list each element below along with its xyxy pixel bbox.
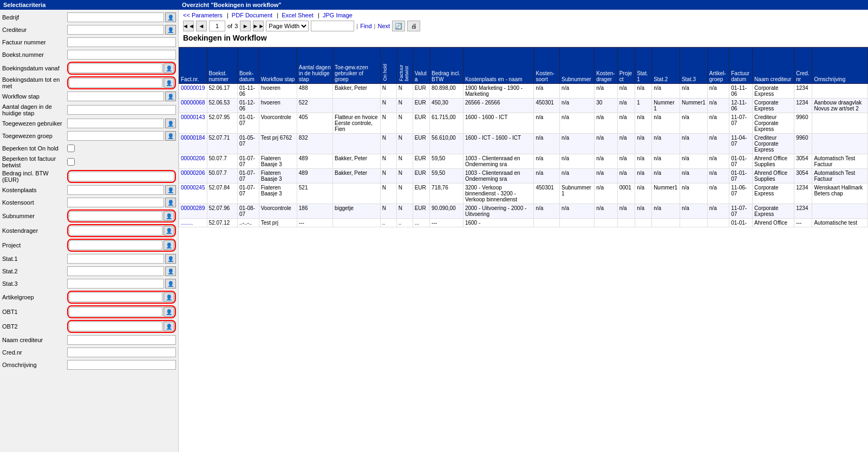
sidebar-input-19[interactable] bbox=[67, 266, 164, 276]
sidebar-input-8[interactable] bbox=[67, 119, 164, 128]
page-input[interactable]: 1 bbox=[209, 21, 225, 31]
page-total: 3 bbox=[234, 23, 238, 29]
sidebar-icon-btn-15[interactable]: 👤 bbox=[164, 211, 174, 221]
sidebar-icon-btn-23[interactable]: 👤 bbox=[164, 322, 174, 331]
sidebar-input-2[interactable] bbox=[67, 37, 176, 47]
sidebar-icon-btn-8[interactable]: 👤 bbox=[165, 119, 176, 128]
sidebar-checkbox-11[interactable] bbox=[67, 158, 75, 166]
sidebar-icon-btn-14[interactable]: 👤 bbox=[165, 198, 176, 207]
jpg-link[interactable]: JPG Image bbox=[323, 12, 353, 18]
sidebar-input-13[interactable] bbox=[67, 185, 164, 195]
col-header-21: Cred.nr bbox=[794, 48, 812, 84]
sidebar-icon-btn-21[interactable]: 👤 bbox=[164, 292, 174, 302]
cell-r3c19: 11-04-07 bbox=[729, 134, 753, 154]
refresh-button[interactable]: 🔄 bbox=[392, 21, 405, 31]
page-width-select[interactable]: Page Width bbox=[266, 21, 309, 31]
cell-r6c4: 521 bbox=[297, 184, 332, 204]
sidebar-input-26[interactable] bbox=[67, 360, 176, 370]
sidebar-input-7[interactable] bbox=[67, 105, 176, 115]
sidebar-input-25[interactable] bbox=[67, 348, 176, 357]
sidebar-icon-btn-19[interactable]: 👤 bbox=[165, 266, 176, 276]
cell-r4c7: N bbox=[396, 154, 413, 169]
sidebar-input-22[interactable] bbox=[69, 307, 162, 317]
cell-r3c0[interactable]: 00000184 bbox=[179, 134, 207, 154]
sidebar-input-15[interactable] bbox=[69, 211, 162, 221]
cell-r6c0[interactable]: 00000245 bbox=[179, 184, 207, 204]
cell-r6c13: n/a bbox=[595, 184, 618, 204]
table-row: 0000001952.06.1701-11-06hvoeren488Bakker… bbox=[179, 84, 868, 99]
excel-link[interactable]: Excel Sheet bbox=[282, 12, 314, 18]
sidebar-icon-btn-4[interactable]: 👤 bbox=[164, 63, 174, 73]
cell-r0c15: n/a bbox=[635, 84, 652, 99]
sidebar-input-5[interactable] bbox=[69, 78, 162, 88]
sidebar-input-12[interactable] bbox=[69, 172, 174, 181]
sidebar-row-19: Stat.2👤 bbox=[2, 266, 176, 277]
cell-r8c16 bbox=[652, 219, 680, 227]
sidebar-icon-btn-22[interactable]: 👤 bbox=[164, 307, 174, 317]
cell-r7c0[interactable]: 00000289 bbox=[179, 204, 207, 219]
sidebar-icon-btn-20[interactable]: 👤 bbox=[165, 279, 176, 289]
sidebar-input-17[interactable] bbox=[69, 240, 162, 250]
sidebar-icon-btn-13[interactable]: 👤 bbox=[165, 185, 176, 195]
print-button[interactable]: 🖨 bbox=[407, 21, 420, 31]
sidebar-input-0[interactable] bbox=[67, 12, 164, 22]
sidebar-icon-btn-16[interactable]: 👤 bbox=[164, 226, 174, 235]
sidebar-icon-btn-1[interactable]: 👤 bbox=[165, 25, 176, 35]
sidebar-icon-btn-0[interactable]: 👤 bbox=[165, 12, 176, 22]
pdf-link[interactable]: PDF Document bbox=[232, 12, 272, 18]
cell-r3c1: 52.07.71 bbox=[207, 134, 237, 154]
cell-r3c12: n/a bbox=[560, 134, 595, 154]
cell-r0c0[interactable]: 00000019 bbox=[179, 84, 207, 99]
sidebar-icon-btn-18[interactable]: 👤 bbox=[165, 254, 176, 264]
cell-r0c6: N bbox=[380, 84, 396, 99]
sidebar-input-3[interactable] bbox=[67, 50, 176, 60]
cell-r4c22: Automatisch Test Factuur bbox=[812, 154, 868, 169]
sidebar-icon-btn-17[interactable]: 👤 bbox=[164, 240, 174, 250]
sidebar-row-21: Artikelgroep👤 bbox=[2, 291, 176, 304]
sidebar-label-12: Bedrag incl. BTW (EUR) bbox=[2, 170, 67, 183]
first-page-button[interactable]: ◄◄ bbox=[183, 21, 194, 31]
cell-r4c12: n/a bbox=[560, 154, 595, 169]
sidebar-input-16[interactable] bbox=[69, 226, 162, 235]
cell-r0c22 bbox=[812, 84, 868, 99]
sidebar-input-14[interactable] bbox=[67, 198, 164, 207]
sidebar-label-20: Stat.3 bbox=[2, 280, 67, 287]
params-link[interactable]: << Parameters bbox=[183, 12, 223, 18]
sidebar-icon-btn-6[interactable]: 👤 bbox=[165, 91, 176, 101]
cell-r7c18: n/a bbox=[707, 204, 729, 219]
sidebar-input-23[interactable] bbox=[69, 322, 162, 331]
content-title: Overzicht "Boekingen in workflow" bbox=[182, 2, 281, 8]
cell-r5c0[interactable]: 00000206 bbox=[179, 169, 207, 184]
find-input[interactable] bbox=[311, 21, 354, 31]
prev-page-button[interactable]: ◄ bbox=[196, 21, 207, 31]
next-find-button[interactable]: Next bbox=[377, 23, 390, 29]
last-page-button[interactable]: ►► bbox=[253, 21, 264, 31]
sidebar-input-4[interactable] bbox=[69, 63, 162, 73]
cell-r1c0[interactable]: 00000068 bbox=[179, 99, 207, 113]
sidebar-input-21[interactable] bbox=[69, 292, 162, 302]
sidebar-icon-btn-9[interactable]: 👤 bbox=[165, 131, 176, 141]
cell-r8c1: 52.07.12 bbox=[207, 219, 237, 227]
sidebar-input-20[interactable] bbox=[67, 279, 164, 289]
cell-r2c2: 01-01-07 bbox=[237, 113, 259, 134]
cell-r2c7: N bbox=[396, 113, 413, 134]
sidebar-label-13: Kostenplaats bbox=[2, 187, 67, 193]
sidebar-input-9[interactable] bbox=[67, 131, 164, 141]
sidebar-checkbox-10[interactable] bbox=[67, 145, 75, 152]
find-button[interactable]: Find bbox=[360, 23, 371, 29]
cell-r6c10: 3200 - Verkoop binnendienst - 3200 - Ver… bbox=[463, 184, 534, 204]
cell-r8c17 bbox=[680, 219, 707, 227]
next-page-button[interactable]: ► bbox=[240, 21, 251, 31]
cell-r4c0[interactable]: 00000206 bbox=[179, 154, 207, 169]
cell-r3c16: n/a bbox=[652, 134, 680, 154]
sidebar-input-18[interactable] bbox=[67, 254, 164, 264]
cell-r2c0[interactable]: 00000143 bbox=[179, 113, 207, 134]
cell-r0c5: Bakker, Peter bbox=[333, 84, 381, 99]
cell-r5c5: Bakker, Peter bbox=[333, 169, 381, 184]
sidebar-input-24[interactable] bbox=[67, 335, 176, 345]
cell-r8c0[interactable]: ........ bbox=[179, 219, 207, 227]
sidebar-input-6[interactable] bbox=[67, 91, 164, 101]
cell-r6c15: n/a bbox=[635, 184, 652, 204]
sidebar-icon-btn-5[interactable]: 👤 bbox=[164, 78, 174, 88]
sidebar-input-1[interactable] bbox=[67, 25, 164, 35]
